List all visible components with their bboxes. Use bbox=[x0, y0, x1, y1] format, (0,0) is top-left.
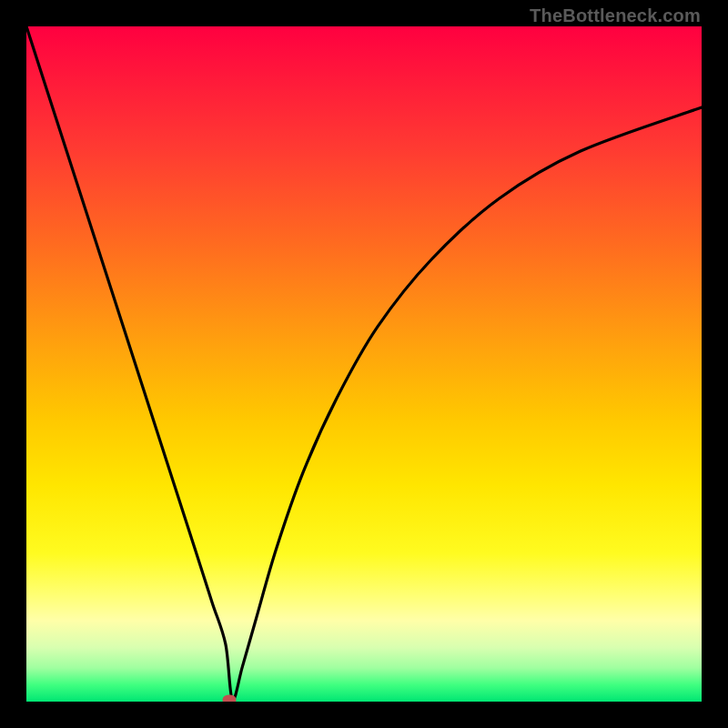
bottleneck-curve bbox=[26, 26, 702, 702]
plot-area bbox=[26, 26, 702, 702]
chart-frame: TheBottleneck.com bbox=[0, 0, 728, 728]
watermark-text: TheBottleneck.com bbox=[530, 5, 701, 26]
optimal-point-marker bbox=[222, 694, 236, 702]
